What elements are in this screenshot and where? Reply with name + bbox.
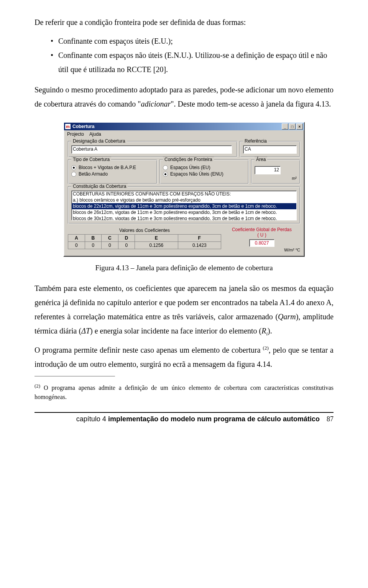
page-footer: capítulo 4 implementação do modelo num p… [34, 415, 334, 423]
radio-eu-label: Espaços Úteis (EU) [170, 165, 210, 170]
radio-eu[interactable]: Espaços Úteis (EU) [163, 165, 245, 170]
intro-bullets: Confinante com espaços úteis (E.U.); Con… [51, 34, 334, 77]
footnote-sup: (2) [34, 383, 40, 389]
designacao-label: Designação da Cobertura [71, 138, 127, 144]
cond-label: Condições de Fronteira [163, 157, 214, 162]
coef-h-a: A [68, 235, 85, 242]
radio-dot-icon [71, 165, 76, 170]
para4-sup: (2) [263, 345, 269, 351]
footer-pre: capítulo 4 [76, 415, 108, 423]
para3-dt: ΔT [81, 327, 90, 335]
para-2: Seguindo o mesmo procedimento adoptado p… [34, 83, 334, 111]
menubar: Projecto Ajuda [64, 130, 304, 138]
radio-blocos-label: Blocos + Vigotas de B.A.P.E [79, 165, 136, 170]
coef-v-c: 0 [102, 242, 118, 249]
u-label: Coeficiente Global de Perdas [223, 227, 300, 232]
radio-enu-label: Espaços Não Úteis (ENU) [170, 171, 223, 177]
area-label: Área [255, 157, 267, 162]
cobertura-window: m Cobertura _ □ × Projecto Ajuda Designa… [63, 122, 305, 257]
titlebar: m Cobertura _ □ × [64, 123, 304, 130]
para-4: O programa permite definir neste caso ap… [34, 343, 334, 371]
app-icon: m [65, 124, 71, 129]
para4-a: O programa permite definir neste caso ap… [34, 346, 263, 354]
footer-rule [34, 412, 334, 413]
coef-table: A B C D E F 0 0 0 0 [68, 234, 221, 249]
footnote: (2) O programa apenas admite a definição… [34, 383, 334, 401]
para2-italic: adicionar [141, 100, 171, 108]
page-number: 87 [327, 415, 334, 423]
menu-ajuda[interactable]: Ajuda [89, 131, 101, 137]
coef-h-c: C [102, 235, 118, 242]
footnote-rule [34, 376, 115, 376]
intro-line: De referir que a condição fronteira pode… [34, 15, 334, 30]
minimize-button[interactable]: _ [282, 123, 288, 130]
coef-v-a: 0 [68, 242, 85, 249]
footer-bold: implementação do modelo num programa de … [108, 415, 320, 423]
para3-qarm: Qarm [278, 312, 296, 321]
coef-v-e: 0.1256 [135, 242, 178, 249]
coef-h-b: B [85, 235, 102, 242]
coef-v-d: 0 [118, 242, 135, 249]
radio-dot-icon [163, 165, 168, 170]
close-button[interactable]: × [296, 123, 303, 130]
const-label: Constituição da Cobertura [71, 184, 128, 189]
list-item[interactable]: blocos de 22x12cm, vigotas de 11cm e 3cm… [72, 203, 296, 209]
radio-betao[interactable]: Betão Armado [71, 171, 154, 177]
list-item[interactable]: blocos de 30x12cm, vigotas de 11cm e 3cm… [72, 215, 296, 220]
area-input[interactable]: 12 [255, 166, 281, 174]
radio-betao-label: Betão Armado [79, 171, 108, 177]
para3-d: ). [268, 327, 272, 335]
area-unit: m² [255, 176, 297, 181]
referencia-input[interactable]: CA [243, 145, 297, 154]
u-sub: ( U ) [223, 232, 300, 238]
coef-h-e: E [135, 235, 178, 242]
window-title: Cobertura [72, 124, 282, 129]
coef-v-b: 0 [85, 242, 102, 249]
para2-b: ". Deste modo tem-se acesso à janela da … [171, 100, 331, 108]
radio-enu[interactable]: Espaços Não Úteis (ENU) [163, 171, 245, 177]
radio-dot-icon [163, 172, 168, 177]
list-item[interactable]: blocos de 26x12cm, vigotas de 11cm e 3cm… [72, 209, 296, 215]
maximize-button[interactable]: □ [289, 123, 296, 130]
coef-h-d: D [118, 235, 135, 242]
designacao-input[interactable]: Cobertura A [71, 145, 232, 154]
para-3: Também para este elemento, os coeficient… [34, 281, 334, 338]
figure-caption: Figura 4.13 – Janela para definição de e… [34, 264, 334, 272]
para3-ri: R [261, 327, 266, 335]
radio-dot-icon [71, 172, 76, 177]
const-listbox[interactable]: COBERTURAS INTERIORES CONFINANTES COM ES… [71, 191, 297, 220]
u-unit: W/m² °C [223, 248, 300, 252]
menu-projecto[interactable]: Projecto [67, 131, 84, 137]
coef-v-f: 0.1423 [178, 242, 221, 249]
coef-h-f: F [178, 235, 221, 242]
para3-c: ) e energia solar incidente na face inte… [90, 327, 261, 335]
list-item[interactable]: a.) blocos cerâmicos e vigotas de betão … [72, 197, 296, 203]
bullet-2: Confinante com espaços não úteis (E.N.U.… [51, 48, 334, 77]
list-item[interactable]: COBERTURAS INTERIORES CONFINANTES COM ES… [72, 191, 296, 197]
coef-label: Valores dos Coeficientes [68, 228, 221, 233]
referencia-label: Referência [243, 138, 268, 144]
u-value: 0.8027 [249, 239, 275, 247]
footnote-text: O programa apenas admite a definição de … [34, 384, 334, 400]
bullet-1: Confinante com espaços úteis (E.U.); [51, 34, 334, 48]
tipo-label: Tipo de Cobertura [71, 157, 111, 162]
radio-blocos[interactable]: Blocos + Vigotas de B.A.P.E [71, 165, 154, 170]
